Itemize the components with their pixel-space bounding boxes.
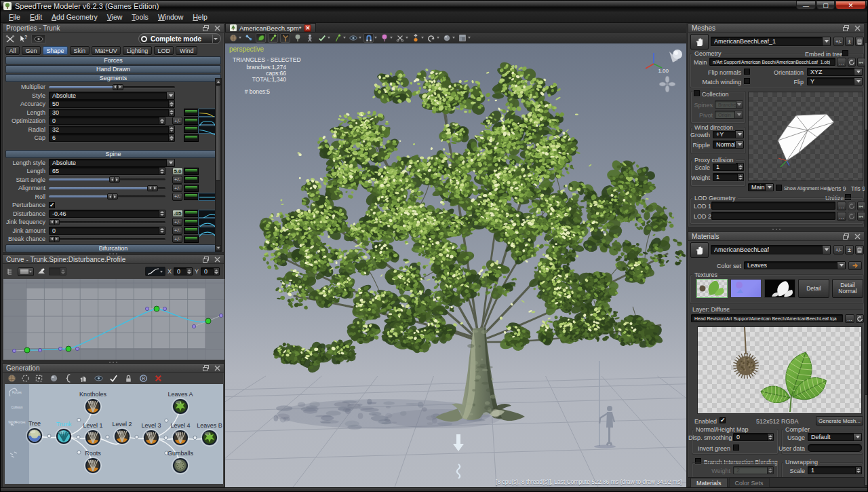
gravity-icon[interactable]	[412, 34, 420, 42]
lod2-path-field[interactable]	[711, 212, 835, 220]
brace-icon[interactable]	[63, 373, 74, 383]
slider-multiplier[interactable]	[49, 84, 175, 90]
float-panel-icon[interactable]	[203, 25, 209, 31]
reload-main-button[interactable]	[848, 58, 856, 67]
curve-panel-header[interactable]: Curve - Trunk.Spine:Disturbance.Profile	[3, 255, 224, 264]
slider-handle[interactable]	[49, 236, 60, 242]
slider-alignment[interactable]	[49, 185, 165, 191]
eye-box-icon[interactable]	[31, 34, 46, 44]
flip-dropdown[interactable]: Y	[807, 77, 863, 86]
detail-normal-texture-button[interactable]: DetailNormal	[832, 279, 863, 298]
tool-dropdown-arrow[interactable]	[468, 37, 471, 39]
scrollbar-thumb[interactable]	[216, 86, 221, 181]
generate-mesh-button[interactable]: Generate Mesh...	[816, 416, 863, 425]
color-set-dropdown[interactable]: Leaves	[744, 261, 846, 269]
dropdown-style[interactable]: Absolute	[49, 92, 175, 100]
material-paste-button[interactable]	[855, 245, 864, 254]
section-hand-drawn[interactable]: Hand Drawn	[5, 65, 221, 73]
tool-dropdown-arrow[interactable]	[390, 37, 393, 39]
undo-icon[interactable]	[427, 34, 435, 42]
draw-check-icon[interactable]	[318, 34, 326, 42]
close-panel-icon[interactable]	[214, 365, 220, 371]
section-forces[interactable]: Forces	[5, 56, 221, 64]
pivot-dropdown[interactable]: Origin	[715, 111, 743, 119]
twig-tool-icon[interactable]	[269, 34, 277, 42]
mesh-add-button[interactable]: ±	[845, 37, 854, 46]
browse-lod1-button[interactable]: ...	[837, 202, 846, 210]
tool-dropdown-arrow[interactable]	[359, 37, 361, 39]
draw-check-icon[interactable]	[317, 33, 327, 43]
globe-icon[interactable]	[6, 373, 17, 383]
tool-dropdown-arrow[interactable]	[437, 37, 439, 39]
check-icon[interactable]	[109, 374, 118, 383]
twig-tool-icon[interactable]	[268, 33, 278, 43]
close-tab-icon[interactable]: ✕	[304, 24, 311, 32]
slider-handle[interactable]	[113, 84, 123, 90]
materials-scrollbar[interactable]	[865, 231, 868, 487]
undo-icon[interactable]	[426, 33, 436, 43]
menu-help[interactable]: Help	[189, 12, 212, 22]
user-data-field[interactable]	[808, 444, 862, 452]
mesh-hand-tool-button[interactable]	[690, 34, 709, 50]
properties-scrollbar[interactable]	[215, 78, 222, 252]
profile-meter[interactable]	[184, 176, 199, 183]
tab-shape[interactable]: Shape	[43, 46, 68, 55]
lock-icon[interactable]	[123, 373, 134, 383]
curve-graph[interactable]	[3, 279, 223, 360]
apply-color-set-button[interactable]	[848, 261, 862, 270]
curve-thumbnail-dome[interactable]	[198, 218, 216, 226]
eye-icon[interactable]	[94, 374, 103, 383]
scroll-up-button[interactable]	[216, 79, 221, 85]
globe-icon[interactable]	[229, 34, 237, 42]
curve-thumbnail-rise-s[interactable]	[198, 210, 216, 218]
tab-skin[interactable]: Skin	[70, 46, 90, 55]
paste-icon[interactable]	[856, 246, 863, 254]
proxy-weight-spinbox[interactable]: 1	[713, 173, 744, 181]
scrollbar-thumb[interactable]	[865, 42, 868, 130]
tree-tool-icon[interactable]	[292, 33, 302, 43]
slider-handle[interactable]	[147, 185, 158, 191]
figure-icon[interactable]	[306, 34, 314, 42]
tool-dropdown-arrow[interactable]	[452, 37, 455, 39]
meshes-scrollbar[interactable]	[865, 23, 868, 227]
materials-panel-header[interactable]: Materials	[688, 232, 864, 241]
show-alignment-checkbox[interactable]	[776, 185, 782, 191]
viewport-3d[interactable]: perspectiveTRIANGLES - SELECTEDbranches:…	[225, 43, 686, 487]
magnet-icon[interactable]	[365, 34, 373, 42]
tool-dropdown-arrow[interactable]	[343, 37, 346, 39]
meshes-panel-header[interactable]: Meshes	[688, 24, 864, 33]
tab-wind[interactable]: Wind	[176, 46, 197, 55]
close-panel-icon[interactable]	[854, 233, 861, 240]
check-icon[interactable]	[108, 373, 119, 383]
reload-texture-button[interactable]	[856, 314, 864, 323]
tab-matuv[interactable]: Mat+UV	[92, 46, 121, 55]
detail-texture-button[interactable]: Detail	[798, 279, 829, 298]
profile-meter[interactable]	[184, 210, 199, 217]
layout-icon[interactable]	[458, 34, 467, 42]
tab-all[interactable]: All	[5, 46, 20, 55]
hand-tool-icon[interactable]	[694, 245, 705, 255]
globe-icon[interactable]	[7, 374, 16, 383]
close-panel-icon[interactable]	[214, 25, 220, 31]
lock-icon[interactable]	[124, 374, 133, 383]
normal-map-tile[interactable]	[730, 279, 762, 298]
plus-minus-button[interactable]: +/-	[172, 193, 182, 201]
mesh-add-remove-button[interactable]: +/-	[833, 37, 844, 46]
reload-lod2-button[interactable]	[848, 212, 856, 221]
usage-dropdown[interactable]: Default	[808, 433, 862, 441]
minimize-button[interactable]: —	[796, 1, 816, 10]
figure-icon[interactable]	[304, 33, 315, 43]
eye-icon[interactable]	[348, 33, 358, 43]
cut-icon[interactable]	[396, 34, 404, 42]
cut-icon[interactable]	[395, 33, 405, 43]
curve-tree-icon[interactable]	[7, 267, 15, 276]
preview-lod-dropdown[interactable]: Main	[748, 183, 774, 191]
curve-x-spinner[interactable]: 0	[174, 267, 193, 276]
branch-tool-icon[interactable]	[280, 33, 290, 43]
dashed-circle-icon[interactable]	[21, 374, 30, 383]
pink-tree-icon[interactable]	[380, 34, 389, 42]
spinbox-jink-amount[interactable]: 0	[49, 227, 165, 235]
slider-handle[interactable]	[109, 176, 120, 183]
branch-tool-icon[interactable]	[281, 34, 290, 42]
plus-minus-button[interactable]: +/-	[172, 227, 182, 235]
